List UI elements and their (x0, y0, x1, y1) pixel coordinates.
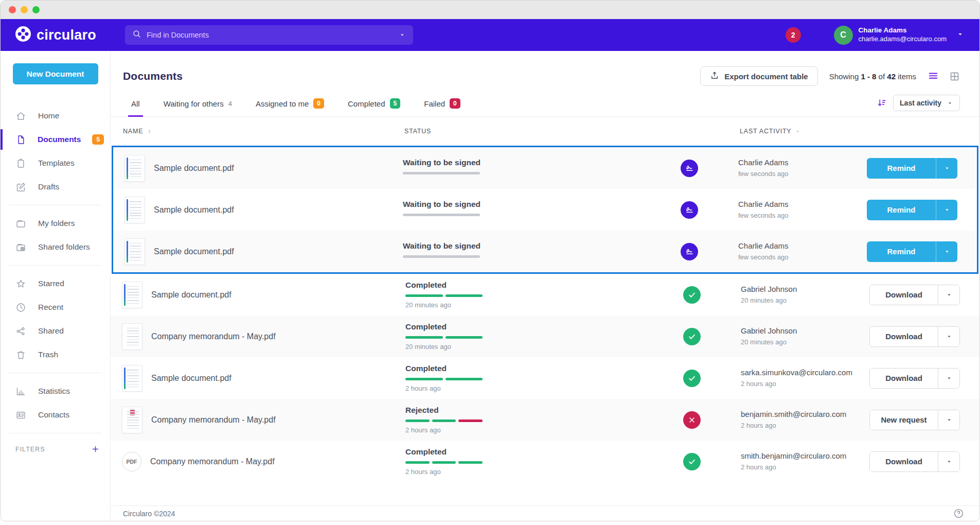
sidebar-item-trash[interactable]: Trash (1, 343, 110, 366)
tab-completed[interactable]: Completed5 (340, 93, 408, 116)
minimize-window-button[interactable] (21, 6, 28, 13)
column-header-name[interactable]: NAME (123, 128, 404, 135)
sidebar-item-contacts[interactable]: Contacts (1, 403, 110, 427)
column-header-status[interactable]: STATUS (404, 128, 682, 135)
last-activity-actor: Charlie Adams (738, 241, 867, 251)
titlebar (1, 1, 979, 19)
row-action-button[interactable]: Remind (867, 200, 936, 220)
sort-by-dropdown[interactable]: Last activity (893, 95, 960, 111)
row-action-button[interactable]: Download (870, 327, 938, 346)
row-action-button[interactable]: Download (870, 369, 938, 388)
search-input[interactable] (147, 31, 394, 39)
divider (9, 373, 102, 373)
list-view-icon[interactable] (928, 71, 939, 82)
column-header-last-activity[interactable]: LAST ACTIVITY (716, 128, 868, 135)
row-action-button[interactable]: Remind (867, 241, 936, 262)
tabs-row: AllWaiting for others4Assigned to me0Com… (111, 89, 979, 117)
sidebar-item-drafts[interactable]: Drafts (1, 175, 110, 199)
last-activity-actor: Gabriel Johnson (741, 285, 869, 294)
row-action-caret-icon[interactable] (938, 327, 959, 346)
tab-assigned-to-me[interactable]: Assigned to me0 (247, 93, 332, 116)
tab-count-badge: 0 (450, 98, 460, 109)
status-time: 2 hours ago (405, 426, 663, 434)
brand[interactable]: circularo (1, 26, 111, 44)
table-row[interactable]: Company memorandum - May.pdf Completed 2… (111, 316, 979, 357)
row-action-button[interactable]: Download (870, 285, 938, 305)
row-action-caret-icon[interactable] (938, 285, 959, 305)
row-action-caret-icon[interactable] (936, 200, 957, 220)
row-action-caret-icon[interactable] (938, 410, 959, 430)
document-name: Company memorandum - May.pdf (151, 415, 276, 425)
table-header: NAME STATUS LAST ACTIVITY (111, 117, 979, 146)
help-icon[interactable] (953, 508, 964, 519)
status-label: Waiting to be signed (403, 241, 660, 251)
last-activity-actor: smith.benjamin@circularo.com (741, 451, 869, 461)
close-window-button[interactable] (9, 6, 16, 13)
row-action-button[interactable]: Remind (867, 158, 936, 179)
selected-rows-outline: Sample document.pdf Waiting to be signed… (112, 146, 978, 274)
table-row[interactable]: Company memorandum - May.pdf Rejected 2 … (111, 399, 979, 441)
check-icon (683, 370, 701, 387)
table-row[interactable]: Sample document.pdf Waiting to be signed… (113, 147, 977, 189)
my-folders-icon (15, 218, 27, 229)
status-label: Completed (405, 281, 663, 290)
last-activity-time: 20 minutes ago (741, 338, 869, 346)
status-progress-bar (403, 172, 480, 174)
document-thumbnail-icon (122, 407, 142, 433)
document-name: Company memorandum - May.pdf (151, 332, 276, 341)
table-row[interactable]: Sample document.pdf Waiting to be signed… (113, 189, 977, 231)
divider (9, 265, 102, 266)
sidebar-item-home[interactable]: Home (1, 104, 110, 128)
global-search[interactable] (125, 25, 413, 45)
add-filter-button[interactable] (91, 445, 100, 453)
sidebar-item-templates[interactable]: Templates (1, 151, 110, 175)
tab-label: Assigned to me (256, 99, 309, 108)
check-icon (683, 453, 701, 470)
sidebar-item-starred[interactable]: Starred (1, 272, 110, 295)
document-table: Sample document.pdf Waiting to be signed… (111, 146, 979, 505)
tab-count-badge: 5 (390, 98, 401, 109)
search-scope-caret-icon[interactable] (399, 31, 406, 39)
sidebar-item-shared-folders[interactable]: Shared folders (1, 235, 110, 259)
export-document-table-button[interactable]: Export document table (700, 66, 818, 86)
zoom-window-button[interactable] (32, 6, 40, 13)
tab-all[interactable]: All (123, 93, 148, 116)
sidebar-item-recent[interactable]: Recent (1, 295, 110, 319)
tab-label: Completed (348, 99, 385, 108)
row-action-caret-icon[interactable] (938, 369, 959, 388)
documents-icon (15, 134, 26, 145)
table-row[interactable]: Sample document.pdf Completed 2 hours ag… (111, 357, 979, 399)
cross-icon (683, 411, 701, 429)
status-time: 2 hours ago (405, 384, 663, 392)
notifications-badge[interactable]: 2 (786, 27, 801, 43)
document-thumbnail-icon (124, 155, 145, 182)
row-action-caret-icon[interactable] (936, 241, 957, 262)
sidebar-item-statistics[interactable]: Statistics (1, 379, 110, 403)
sidebar-item-my-folders[interactable]: My folders (1, 212, 110, 235)
contacts-icon (15, 409, 27, 421)
last-activity-time: 20 minutes ago (741, 296, 869, 305)
user-menu[interactable]: C Charlie Adams charlie.adams@circularo.… (834, 26, 964, 45)
grid-view-icon[interactable] (949, 71, 960, 82)
row-action-button[interactable]: Download (870, 452, 938, 471)
search-icon (132, 29, 141, 41)
table-row[interactable]: PDF Company memorandum - May.pdf Complet… (111, 441, 979, 482)
copyright-text: Circularo ©2024 (123, 510, 175, 518)
divider (9, 205, 102, 205)
new-document-button[interactable]: New Document (13, 63, 98, 84)
sidebar-item-shared[interactable]: Shared (1, 319, 110, 343)
status-time: 2 hours ago (405, 468, 663, 476)
table-row[interactable]: Sample document.pdf Waiting to be signed… (113, 231, 977, 272)
row-action-caret-icon[interactable] (938, 452, 959, 471)
shared-folders-icon (15, 241, 27, 253)
row-action-button[interactable]: New request (870, 410, 938, 430)
sidebar-item-label: Statistics (38, 387, 70, 396)
tab-failed[interactable]: Failed0 (416, 93, 469, 116)
document-thumbnail-icon (124, 197, 145, 223)
row-action-caret-icon[interactable] (936, 158, 957, 179)
trash-icon (15, 349, 27, 360)
sort-direction-icon[interactable] (877, 98, 887, 108)
table-row[interactable]: Sample document.pdf Completed 20 minutes… (111, 274, 979, 316)
tab-waiting-for-others[interactable]: Waiting for others4 (155, 93, 240, 116)
sidebar-item-documents[interactable]: Documents5 (1, 128, 110, 151)
